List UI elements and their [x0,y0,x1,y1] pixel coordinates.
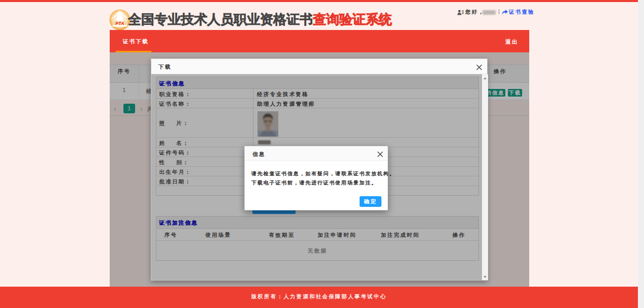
svg-text:PTA: PTA [115,21,124,26]
